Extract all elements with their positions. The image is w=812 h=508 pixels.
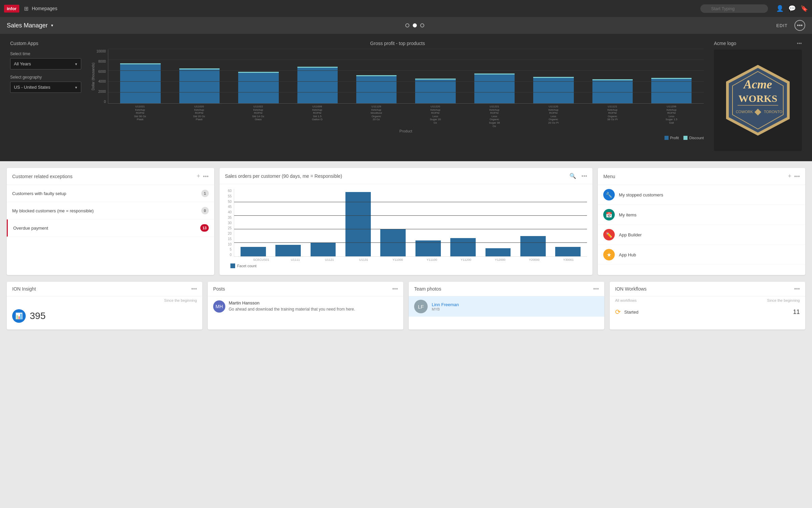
sales-legend-label: Facet count bbox=[237, 264, 256, 268]
sales-bars bbox=[234, 189, 587, 257]
sales-more-button[interactable]: ••• bbox=[582, 173, 587, 179]
bar-group-3 bbox=[230, 72, 287, 103]
sales-chart-area: 605550454035302520151050 bbox=[225, 189, 587, 261]
menu-more-button[interactable]: ••• bbox=[794, 173, 800, 179]
hero-filters: Custom Apps Select time All Years Select… bbox=[10, 41, 81, 98]
page-dot-1[interactable] bbox=[405, 23, 409, 27]
menu-item-my-items[interactable]: 📅 My items bbox=[598, 205, 805, 225]
toolbar: Sales Manager ▾ EDIT ••• bbox=[0, 17, 812, 34]
exception-label-1: Customers with faulty setup bbox=[12, 191, 201, 196]
post-item-1: MH Martin Hansson Go ahead and download … bbox=[208, 296, 403, 317]
ion-workflows-card: ION Workflows ••• All workflows Since th… bbox=[610, 282, 805, 330]
bar-group-8 bbox=[525, 77, 582, 103]
post-text-1: Go ahead and download the training mater… bbox=[229, 306, 355, 312]
time-select-wrap[interactable]: All Years bbox=[10, 58, 81, 69]
acme-more-button[interactable]: ••• bbox=[797, 41, 802, 46]
page-dot-2[interactable] bbox=[413, 23, 417, 27]
sales-bar-col-5 bbox=[377, 229, 409, 256]
wrench-icon: 🔧 bbox=[603, 189, 615, 200]
time-select[interactable]: All Years bbox=[10, 58, 81, 69]
page-indicators bbox=[405, 23, 424, 27]
gross-profit-chart: Gross profit - top products Dollar (thou… bbox=[91, 41, 704, 140]
ion-workflows-more[interactable]: ••• bbox=[794, 286, 800, 292]
main-content: Customer related exceptions + ••• Custom… bbox=[0, 161, 812, 282]
sales-bar-col-7 bbox=[447, 238, 479, 256]
workflow-item-1[interactable]: ⟳ Started 11 bbox=[610, 304, 805, 319]
app-title-dropdown[interactable]: ▾ bbox=[51, 23, 53, 28]
sales-bar-col-9 bbox=[517, 236, 549, 256]
menu-label-1: My stopped customers bbox=[619, 192, 663, 197]
team-photos-more[interactable]: ••• bbox=[593, 286, 599, 292]
bar-group-4 bbox=[289, 67, 346, 103]
menu-item-app-builder[interactable]: ✏️ App Builder bbox=[598, 225, 805, 245]
bar-group-1 bbox=[112, 63, 169, 103]
acme-logo-svg: Acme WORKS COWORK TORONTO bbox=[721, 63, 795, 137]
workflow-sub-header: All workflows Since the beginning bbox=[610, 296, 805, 304]
acme-logo-panel: Acme logo ••• Acme WORKS COWORK TORONTO bbox=[714, 41, 802, 151]
menu-title: Menu bbox=[603, 174, 785, 179]
ion-insight-more[interactable]: ••• bbox=[191, 286, 197, 292]
team-photos-card: Team photos ••• LF Linn Freeman MYB bbox=[409, 282, 604, 330]
team-avatar-1: LF bbox=[414, 300, 428, 313]
menu-item-stopped-customers[interactable]: 🔧 My stopped customers bbox=[598, 185, 805, 205]
sales-x-labels: SCECUS01 U1111 U1121 U1131 Y11000 Y11100… bbox=[243, 257, 587, 261]
menu-card-header: Menu + ••• bbox=[598, 168, 805, 185]
sales-y-labels: 605550454035302520151050 bbox=[225, 189, 232, 257]
exception-item-2[interactable]: My blocked customers (me = responsible) … bbox=[7, 202, 214, 219]
team-photos-title: Team photos bbox=[414, 286, 593, 292]
exceptions-add-button[interactable]: + bbox=[197, 173, 200, 180]
app-title: Sales Manager bbox=[7, 22, 48, 29]
sales-orders-card: Sales orders per customer (90 days, me =… bbox=[220, 168, 593, 275]
sales-bar-col-1 bbox=[238, 247, 269, 256]
menu-label-3: App Builder bbox=[619, 232, 641, 237]
exceptions-card: Customer related exceptions + ••• Custom… bbox=[7, 168, 214, 275]
chart-bars bbox=[108, 49, 704, 104]
calendar-icon: 📅 bbox=[603, 209, 615, 220]
exception-item-1[interactable]: Customers with faulty setup 1 bbox=[7, 185, 214, 202]
chart-y-title: Dollar (thousands) bbox=[91, 63, 95, 90]
bookmark-icon[interactable]: 🔖 bbox=[800, 5, 808, 12]
bar-group-6 bbox=[407, 79, 464, 103]
grid-icon[interactable]: ⊞ bbox=[24, 5, 28, 12]
team-photo-item-1[interactable]: LF Linn Freeman MYB bbox=[409, 296, 604, 317]
nav-icons: 👤 💬 🔖 bbox=[776, 5, 808, 12]
toolbar-more-button[interactable]: ••• bbox=[794, 20, 805, 31]
bar-group-2 bbox=[171, 68, 228, 103]
edit-button[interactable]: EDIT bbox=[776, 23, 788, 28]
select-time-label: Select time bbox=[10, 51, 81, 56]
geo-select[interactable]: US - United States bbox=[10, 82, 81, 93]
post-content-1: Martin Hansson Go ahead and download the… bbox=[229, 300, 355, 313]
team-name-1: Linn Freeman bbox=[432, 302, 459, 307]
exception-badge-2: 0 bbox=[201, 207, 209, 214]
post-avatar-1: MH bbox=[213, 300, 225, 313]
bar-group-5 bbox=[348, 75, 405, 103]
bar-group-9 bbox=[584, 79, 641, 103]
ion-insight-title: ION Insight bbox=[12, 286, 191, 292]
chart-legend: Profit Discount bbox=[108, 136, 704, 140]
ion-workflows-title: ION Workflows bbox=[615, 286, 794, 292]
sales-search-icon[interactable]: 🔍 bbox=[569, 173, 576, 179]
workflow-since-label: Since the beginning bbox=[767, 298, 800, 302]
menu-add-button[interactable]: + bbox=[788, 173, 792, 180]
chat-icon[interactable]: 💬 bbox=[788, 5, 796, 12]
menu-item-app-hub[interactable]: ★ App Hub bbox=[598, 245, 805, 265]
geo-select-wrap[interactable]: US - United States bbox=[10, 82, 81, 93]
search-input[interactable] bbox=[700, 4, 768, 13]
exceptions-title: Customer related exceptions bbox=[12, 174, 194, 179]
ion-workflows-header: ION Workflows ••• bbox=[610, 282, 805, 296]
workflow-filter-label: All workflows bbox=[615, 298, 637, 302]
user-icon[interactable]: 👤 bbox=[776, 5, 784, 12]
exceptions-more-button[interactable]: ••• bbox=[203, 173, 209, 179]
legend-profit: Profit bbox=[670, 136, 679, 140]
bar-group-7 bbox=[466, 73, 523, 103]
svg-text:WORKS: WORKS bbox=[738, 93, 777, 104]
posts-more[interactable]: ••• bbox=[392, 286, 398, 292]
bar-group-10 bbox=[643, 78, 700, 103]
exception-item-3[interactable]: Overdue payment 13 bbox=[7, 219, 214, 237]
svg-text:Acme: Acme bbox=[743, 78, 772, 91]
page-dot-3[interactable] bbox=[420, 23, 424, 27]
sales-legend-box bbox=[230, 263, 235, 268]
svg-text:COWORK: COWORK bbox=[736, 110, 753, 114]
ion-stat-value: 395 bbox=[30, 311, 46, 321]
acme-logo-container: Acme WORKS COWORK TORONTO bbox=[714, 49, 802, 151]
